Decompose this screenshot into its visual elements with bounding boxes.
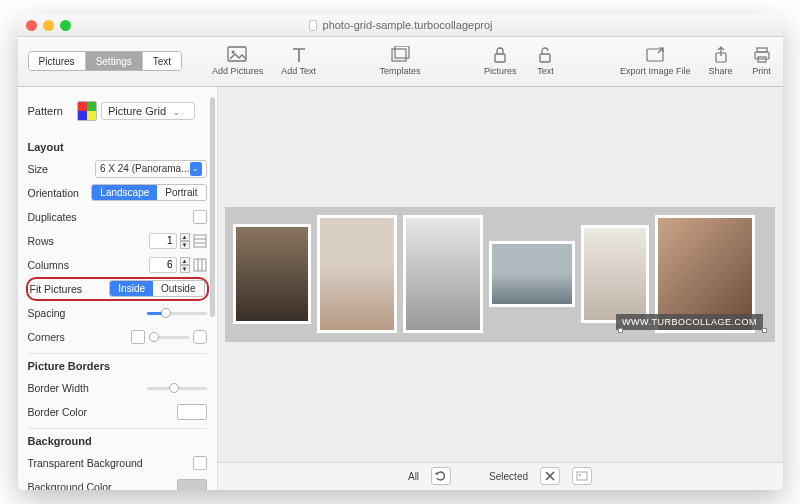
share-icon (710, 46, 732, 64)
size-label: Size (28, 163, 48, 175)
share-button[interactable]: Share (708, 46, 732, 76)
photo-slot-2[interactable] (317, 215, 397, 333)
rows-label: Rows (28, 235, 54, 247)
svg-rect-10 (755, 52, 769, 59)
scrollbar[interactable] (210, 97, 215, 317)
corners-slider[interactable] (149, 330, 189, 344)
delete-selected-button[interactable] (540, 467, 560, 485)
add-text-button[interactable]: Add Text (281, 46, 316, 76)
background-color-well[interactable] (177, 479, 207, 490)
minimize-button[interactable] (43, 20, 54, 31)
export-image-file-button[interactable]: Export Image File (620, 46, 691, 76)
footer-all-label: All (408, 471, 419, 482)
size-row: Size 6 X 24 (Panorama...⌄ (28, 157, 207, 181)
photo-slot-3[interactable] (403, 215, 483, 333)
svg-point-19 (579, 474, 581, 476)
tab-settings[interactable]: Settings (86, 52, 143, 70)
border-color-label: Border Color (28, 406, 88, 418)
lock-text-button[interactable]: Text (534, 46, 556, 76)
columns-row: Columns ▲▼ (28, 253, 207, 277)
duplicates-checkbox[interactable] (193, 210, 207, 224)
collage-preview[interactable]: WWW.TURBOCOLLAGE.COM (225, 207, 775, 342)
watermark-text[interactable]: WWW.TURBOCOLLAGE.COM (616, 314, 763, 330)
resize-handle[interactable] (762, 328, 767, 333)
background-color-label: Background Color (28, 481, 112, 490)
lock-icon (489, 46, 511, 64)
pattern-label: Pattern (28, 105, 63, 117)
tab-pictures[interactable]: Pictures (29, 52, 86, 70)
rows-input[interactable] (149, 233, 177, 249)
spacing-slider[interactable] (147, 306, 207, 320)
transparent-bg-checkbox[interactable] (193, 456, 207, 470)
orientation-label: Orientation (28, 187, 79, 199)
main-tabs: Pictures Settings Text (28, 51, 183, 71)
svg-rect-15 (194, 259, 206, 271)
orientation-portrait[interactable]: Portrait (157, 185, 205, 200)
replace-selected-button[interactable] (572, 467, 592, 485)
orientation-toggle: Landscape Portrait (91, 184, 206, 201)
templates-button[interactable]: Templates (379, 46, 420, 76)
resize-handle[interactable] (618, 328, 623, 333)
border-width-row: Border Width (28, 376, 207, 400)
layout-heading: Layout (28, 135, 207, 157)
photo-slot-4[interactable] (489, 241, 575, 307)
content-area: Pattern Picture Grid ⌄ Layout Size 6 X 2… (18, 87, 783, 490)
footer-selected-label: Selected (489, 471, 528, 482)
canvas-footer: All Selected (218, 462, 783, 490)
shuffle-all-button[interactable] (431, 467, 451, 485)
corners-square-icon (131, 330, 145, 344)
svg-rect-5 (495, 54, 505, 62)
border-width-slider[interactable] (147, 381, 207, 395)
columns-stepper[interactable]: ▲▼ (180, 257, 190, 273)
canvas-viewport[interactable]: WWW.TURBOCOLLAGE.COM (218, 87, 783, 462)
transparent-bg-row: Transparent Background (28, 451, 207, 475)
lock-pictures-button[interactable]: Pictures (484, 46, 517, 76)
transparent-bg-label: Transparent Background (28, 457, 143, 469)
fit-pictures-toggle: Inside Outside (109, 280, 204, 297)
print-icon (751, 46, 773, 64)
svg-rect-6 (540, 54, 550, 62)
svg-rect-18 (577, 472, 587, 480)
fit-inside[interactable]: Inside (110, 281, 153, 296)
maximize-button[interactable] (60, 20, 71, 31)
columns-input[interactable] (149, 257, 177, 273)
rows-stepper[interactable]: ▲▼ (180, 233, 190, 249)
canvas-area: WWW.TURBOCOLLAGE.COM All Selected (218, 87, 783, 490)
unlock-icon (534, 46, 556, 64)
corners-round-icon (193, 330, 207, 344)
app-window: photo-grid-sample.turbocollageproj Pictu… (18, 15, 783, 490)
columns-label: Columns (28, 259, 69, 271)
size-select[interactable]: 6 X 24 (Panorama...⌄ (95, 160, 207, 178)
corners-row: Corners (28, 325, 207, 349)
pattern-swatch-icon (77, 101, 97, 121)
toolbar: Pictures Settings Text Add Pictures Add … (18, 37, 783, 87)
photo-slot-5[interactable] (581, 225, 649, 323)
pattern-select[interactable]: Picture Grid ⌄ (101, 102, 195, 120)
add-pictures-button[interactable]: Add Pictures (212, 46, 263, 76)
svg-point-2 (231, 51, 234, 54)
fit-outside[interactable]: Outside (153, 281, 203, 296)
window-title: photo-grid-sample.turbocollageproj (308, 19, 493, 31)
toolbar-group-export: Export Image File Share Print (620, 46, 773, 76)
text-t-icon (288, 46, 310, 64)
corners-label: Corners (28, 331, 65, 343)
print-button[interactable]: Print (751, 46, 773, 76)
fit-pictures-label: Fit Pictures (30, 283, 83, 295)
grid-icon (193, 258, 207, 272)
duplicates-row: Duplicates (28, 205, 207, 229)
orientation-landscape[interactable]: Landscape (92, 185, 157, 200)
tab-text[interactable]: Text (143, 52, 181, 70)
border-color-well[interactable] (177, 404, 207, 420)
spacing-row: Spacing (28, 301, 207, 325)
duplicates-label: Duplicates (28, 211, 77, 223)
export-icon (644, 46, 666, 64)
close-button[interactable] (26, 20, 37, 31)
border-width-label: Border Width (28, 382, 89, 394)
rows-row: Rows ▲▼ (28, 229, 207, 253)
toolbar-group-add: Add Pictures Add Text (212, 46, 316, 76)
window-controls (26, 20, 71, 31)
background-heading: Background (28, 428, 207, 451)
photo-slot-1[interactable] (233, 224, 311, 324)
fit-pictures-row: Fit Pictures Inside Outside (26, 277, 209, 301)
svg-rect-0 (310, 20, 317, 30)
